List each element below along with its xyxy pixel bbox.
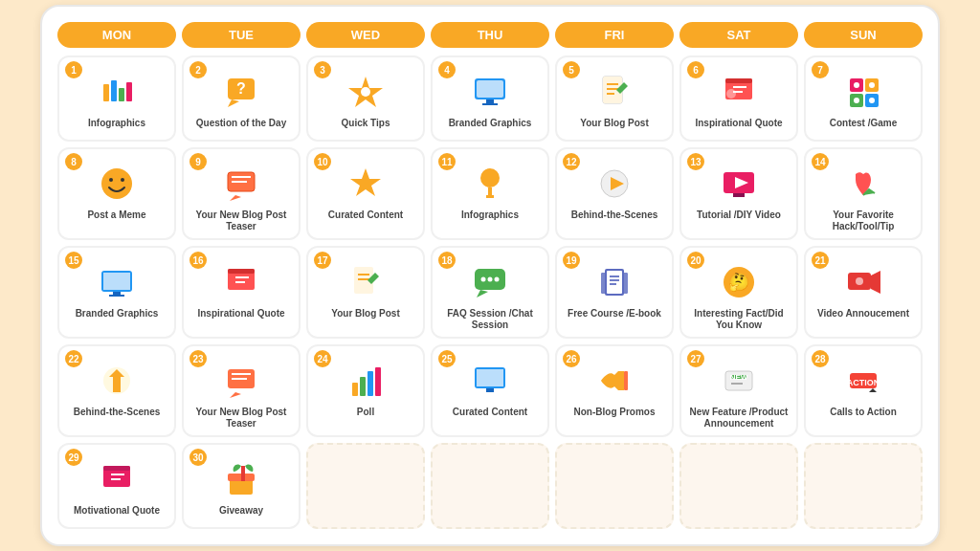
calendar-grid: 1Infographics2?Question of the Day3Quick… xyxy=(57,55,923,529)
calendar-cell-18[interactable]: 18FAQ Session /Chat Session xyxy=(431,246,549,339)
cell-icon: NEW xyxy=(722,364,756,403)
svg-rect-49 xyxy=(103,273,130,290)
calendar-cell-4[interactable]: 4Branded Graphics xyxy=(431,55,549,142)
cell-number: 1 xyxy=(65,61,82,78)
calendar-cell-19[interactable]: 19Free Course /E-book xyxy=(555,246,674,339)
cell-icon xyxy=(722,166,756,206)
svg-point-33 xyxy=(121,178,124,182)
cell-number: 20 xyxy=(687,252,704,269)
svg-text:🤔: 🤔 xyxy=(728,272,750,293)
cell-number: 16 xyxy=(189,252,207,269)
cell-icon xyxy=(224,364,258,403)
calendar-cell-6[interactable]: 6Inspirational Quote xyxy=(679,55,798,142)
calendar-cell-8[interactable]: 8Post a Meme xyxy=(57,147,176,240)
calendar-header: MONTUEWEDTHUFRISATSUN xyxy=(57,22,923,48)
cell-icon xyxy=(846,265,880,304)
svg-rect-10 xyxy=(477,80,503,98)
svg-marker-96 xyxy=(869,388,877,392)
empty-cell xyxy=(306,443,425,529)
cell-label: Behind-the-Scenes xyxy=(74,407,161,418)
cell-icon xyxy=(348,265,383,304)
svg-rect-19 xyxy=(725,78,752,83)
svg-text:?: ? xyxy=(236,80,246,97)
cell-label: Behind-the-Scenes xyxy=(571,209,658,221)
empty-cell xyxy=(555,443,674,529)
svg-point-60 xyxy=(481,277,486,282)
calendar-cell-21[interactable]: 21Video Annoucement xyxy=(804,246,923,339)
svg-rect-87 xyxy=(477,369,503,386)
cell-icon xyxy=(846,75,880,114)
calendar-cell-28[interactable]: 28ACTIONCalls to Action xyxy=(804,344,923,437)
calendar-cell-24[interactable]: 24Poll xyxy=(306,344,425,437)
calendar-cell-9[interactable]: 9Your New Blog Post Teaser xyxy=(182,147,301,240)
cell-label: Contest /Game xyxy=(830,118,898,129)
svg-marker-38 xyxy=(230,195,241,201)
svg-rect-89 xyxy=(624,371,628,390)
calendar-cell-30[interactable]: 30Giveaway xyxy=(182,443,301,529)
cell-label: Free Course /E-book xyxy=(568,308,661,320)
cell-icon: ? xyxy=(224,75,258,114)
cell-icon xyxy=(473,75,507,114)
cell-icon xyxy=(597,364,632,403)
calendar-cell-17[interactable]: 17Your Blog Post xyxy=(306,246,425,339)
cell-label: New Feature /Product Announcement xyxy=(685,407,792,430)
svg-point-75 xyxy=(856,277,863,285)
calendar-cell-23[interactable]: 23Your New Blog Post Teaser xyxy=(182,344,301,437)
svg-rect-50 xyxy=(113,292,121,295)
cell-label: Curated Content xyxy=(453,407,527,418)
calendar-cell-5[interactable]: 5Your Blog Post xyxy=(555,55,674,142)
svg-rect-36 xyxy=(232,176,251,178)
calendar-cell-14[interactable]: 14Your Favorite Hack/Tool/Tip xyxy=(804,147,923,240)
cell-label: Calls to Action xyxy=(830,407,897,418)
calendar-cell-11[interactable]: 11Infographics xyxy=(431,147,549,240)
cell-number: 29 xyxy=(65,449,82,466)
calendar-cell-1[interactable]: 1Infographics xyxy=(57,55,176,142)
svg-rect-88 xyxy=(486,388,494,392)
cell-label: Interesting Fact/Did You Know xyxy=(685,308,792,331)
cell-icon xyxy=(348,364,383,403)
svg-marker-63 xyxy=(477,290,488,298)
calendar-cell-12[interactable]: 12Behind-the-Scenes xyxy=(555,147,674,240)
cell-number: 12 xyxy=(563,153,580,170)
svg-point-31 xyxy=(101,168,132,199)
cell-icon xyxy=(100,75,134,114)
svg-marker-5 xyxy=(228,99,239,107)
calendar-cell-10[interactable]: 10Curated Content xyxy=(306,147,425,240)
calendar-cell-26[interactable]: 26Non-Blog Promos xyxy=(555,344,674,437)
cell-icon xyxy=(100,265,134,304)
calendar-cell-22[interactable]: 22Behind-the-Scenes xyxy=(57,344,176,437)
cell-icon xyxy=(597,75,632,114)
calendar-cell-27[interactable]: 27NEWNew Feature /Product Announcement xyxy=(679,344,798,437)
calendar-cell-15[interactable]: 15Branded Graphics xyxy=(57,246,176,339)
cell-number: 23 xyxy=(189,350,207,367)
cell-number: 17 xyxy=(314,252,331,269)
calendar-cell-25[interactable]: 25Curated Content xyxy=(431,344,549,437)
calendar-cell-20[interactable]: 20🤔Interesting Fact/Did You Know xyxy=(679,246,798,339)
svg-point-28 xyxy=(854,98,859,103)
cell-number: 4 xyxy=(438,61,456,78)
calendar-container: MONTUEWEDTHUFRISATSUN 1Infographics2?Que… xyxy=(40,5,940,546)
calendar-cell-13[interactable]: 13Tutorial /DIY Video xyxy=(679,147,798,240)
calendar-cell-29[interactable]: 29Motivational Quote xyxy=(57,443,176,529)
calendar-cell-7[interactable]: 7Contest /Game xyxy=(804,55,923,142)
cell-label: Motivational Quote xyxy=(74,505,160,517)
cell-icon xyxy=(597,265,632,304)
svg-point-40 xyxy=(480,168,500,187)
svg-rect-54 xyxy=(235,276,249,278)
svg-point-8 xyxy=(361,87,370,97)
cell-icon xyxy=(100,462,134,501)
cell-number: 30 xyxy=(189,449,207,466)
calendar-cell-3[interactable]: 3Quick Tips xyxy=(306,55,425,142)
svg-rect-22 xyxy=(733,91,743,93)
svg-rect-83 xyxy=(360,377,366,396)
cell-icon xyxy=(597,166,632,206)
cell-number: 5 xyxy=(563,61,580,78)
svg-point-24 xyxy=(854,82,859,88)
svg-point-30 xyxy=(869,98,875,103)
svg-rect-99 xyxy=(111,474,124,475)
calendar-cell-16[interactable]: 16Inspirational Quote xyxy=(182,246,301,339)
svg-rect-55 xyxy=(235,281,245,283)
cell-label: Giveaway xyxy=(219,505,263,517)
svg-rect-82 xyxy=(352,383,358,396)
calendar-cell-2[interactable]: 2?Question of the Day xyxy=(182,55,301,142)
